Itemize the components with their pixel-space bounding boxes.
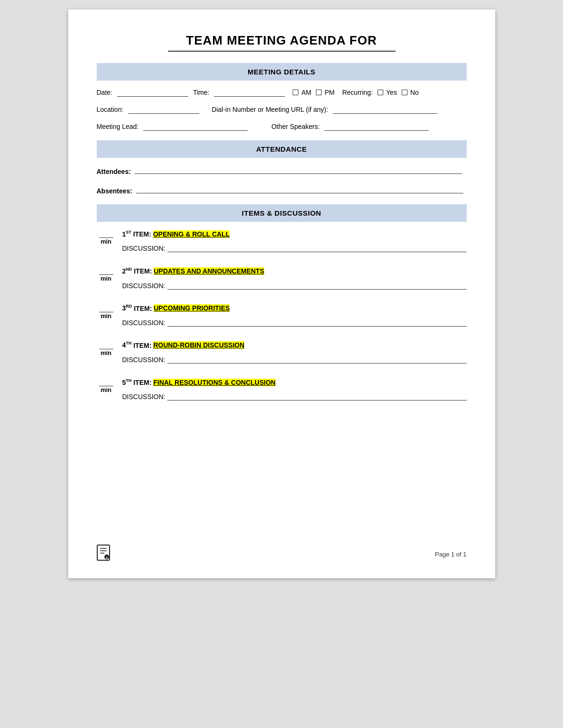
item-2-name: UPDATES AND ANNOUNCEMENTS [154, 267, 264, 275]
item-4-min: min [101, 349, 111, 356]
item-5-title: 5TH ITEM: FINAL RESOLUTIONS & CONCLUSION [122, 378, 467, 387]
attendance-header: ATTENDANCE [97, 140, 467, 158]
time-label: Time: [193, 89, 209, 96]
item-3-time: min [97, 304, 116, 319]
other-speakers-field[interactable] [324, 122, 429, 131]
location-label: Location: [97, 106, 124, 113]
meeting-details-header: MEETING DETAILS [97, 63, 467, 81]
lead-row: Meeting Lead: Other Speakers: [97, 122, 467, 131]
page-number: Page 1 of 1 [435, 551, 467, 558]
item-1-discussion-line[interactable] [167, 244, 467, 252]
meeting-lead-field[interactable] [143, 122, 248, 131]
item-5-time: min [97, 378, 116, 393]
item-3-time-blank[interactable] [99, 304, 113, 312]
item-3-name: UPCOMING PRIORITIES [154, 304, 230, 312]
item-1-title: 1ST ITEM: OPENING & ROLL CALL [122, 229, 467, 239]
attendance-section: ATTENDANCE Attendees: Absentees: [97, 140, 467, 195]
item-2-title: 2ND ITEM: UPDATES AND ANNOUNCEMENTS [122, 266, 467, 276]
no-label: No [410, 89, 419, 96]
item-5-discussion-line[interactable] [167, 392, 467, 400]
item-1-time-blank[interactable] [99, 229, 113, 238]
item-5-discussion-label: DISCUSSION: [122, 393, 166, 400]
document-page: TEAM MEETING AGENDA FOR MEETING DETAILS … [68, 9, 495, 578]
am-checkbox-group: AM [293, 89, 311, 96]
item-1-discussion-label: DISCUSSION: [122, 245, 166, 252]
am-label: AM [301, 89, 311, 96]
item-4-discussion: DISCUSSION: [122, 355, 467, 364]
item-1-name: OPENING & ROLL CALL [153, 230, 230, 238]
yes-label: Yes [386, 89, 397, 96]
item-4-discussion-line[interactable] [167, 355, 467, 364]
agenda-item-5: min 5TH ITEM: FINAL RESOLUTIONS & CONCLU… [97, 378, 467, 400]
item-1-prefix: ITEM: [133, 230, 153, 238]
absentees-field[interactable] [136, 185, 463, 193]
item-4-discussion-label: DISCUSSION: [122, 356, 166, 364]
item-5-discussion: DISCUSSION: [122, 392, 467, 400]
item-2-content: 2ND ITEM: UPDATES AND ANNOUNCEMENTS DISC… [122, 266, 467, 289]
agenda-item-4: min 4TH ITEM: ROUND-ROBIN DISCUSSION DIS… [97, 341, 467, 364]
svg-text:e: e [106, 556, 108, 559]
no-checkbox[interactable] [402, 90, 407, 95]
item-4-number: 4TH [122, 341, 132, 349]
date-field[interactable] [117, 88, 188, 97]
item-4-time: min [97, 341, 116, 356]
item-5-prefix: ITEM: [133, 379, 153, 386]
absentees-label: Absentees: [97, 187, 132, 195]
item-5-number: 5TH [122, 379, 132, 386]
item-4-title: 4TH ITEM: ROUND-ROBIN DISCUSSION [122, 341, 467, 350]
items-header: ITEMS & DISCUSSION [97, 204, 467, 222]
date-label: Date: [97, 89, 112, 96]
item-5-name: FINAL RESOLUTIONS & CONCLUSION [153, 379, 276, 386]
agenda-item-2: min 2ND ITEM: UPDATES AND ANNOUNCEMENTS … [97, 266, 467, 289]
dialin-label: Dial-in Number or Meeting URL (if any): [212, 106, 328, 113]
item-4-time-blank[interactable] [99, 341, 113, 349]
location-row: Location: Dial-in Number or Meeting URL … [97, 105, 467, 114]
no-checkbox-group: No [402, 89, 419, 96]
main-title: TEAM MEETING AGENDA FOR [97, 33, 467, 48]
item-3-prefix: ITEM: [134, 304, 154, 312]
yes-checkbox[interactable] [378, 90, 383, 95]
agenda-item-3: min 3RD ITEM: UPCOMING PRIORITIES DISCUS… [97, 304, 467, 327]
document-icon: e [97, 545, 110, 564]
item-3-discussion: DISCUSSION: [122, 318, 467, 327]
item-5-content: 5TH ITEM: FINAL RESOLUTIONS & CONCLUSION… [122, 378, 467, 400]
dialin-field[interactable] [333, 105, 437, 114]
title-section: TEAM MEETING AGENDA FOR [97, 33, 467, 52]
item-3-content: 3RD ITEM: UPCOMING PRIORITIES DISCUSSION… [122, 304, 467, 327]
item-3-discussion-line[interactable] [167, 318, 467, 327]
item-2-discussion-line[interactable] [167, 281, 467, 290]
meeting-lead-label: Meeting Lead: [97, 123, 139, 130]
item-4-prefix: ITEM: [133, 341, 153, 349]
item-1-time: min [97, 229, 116, 245]
item-2-time-blank[interactable] [99, 266, 113, 275]
item-5-min: min [101, 386, 111, 393]
item-4-name: ROUND-ROBIN DISCUSSION [153, 341, 244, 349]
attendees-row: Attendees: [97, 165, 467, 175]
item-2-time: min [97, 266, 116, 282]
item-3-number: 3RD [122, 304, 132, 312]
footer: e Page 1 of 1 [97, 545, 467, 564]
agenda-item-1: min 1ST ITEM: OPENING & ROLL CALL DISCUS… [97, 229, 467, 252]
meeting-details-section: MEETING DETAILS Date: Time: AM PM Recurr… [97, 63, 467, 131]
item-3-min: min [101, 312, 111, 319]
pm-checkbox-group: PM [316, 89, 334, 96]
title-underline [168, 51, 396, 52]
pm-label: PM [324, 89, 334, 96]
recurring-label: Recurring: [342, 89, 373, 96]
time-field[interactable] [214, 88, 285, 97]
item-1-content: 1ST ITEM: OPENING & ROLL CALL DISCUSSION… [122, 229, 467, 252]
attendees-field[interactable] [135, 165, 462, 174]
item-2-min: min [101, 275, 111, 282]
other-speakers-label: Other Speakers: [271, 123, 320, 130]
item-1-number: 1ST [122, 230, 131, 238]
item-2-discussion-label: DISCUSSION: [122, 282, 166, 290]
location-field[interactable] [128, 105, 199, 114]
item-5-time-blank[interactable] [99, 378, 113, 386]
pm-checkbox[interactable] [316, 90, 322, 95]
am-checkbox[interactable] [293, 90, 298, 95]
item-3-title: 3RD ITEM: UPCOMING PRIORITIES [122, 304, 467, 313]
date-time-row: Date: Time: AM PM Recurring: Yes No [97, 88, 467, 97]
item-1-discussion: DISCUSSION: [122, 244, 467, 252]
item-4-content: 4TH ITEM: ROUND-ROBIN DISCUSSION DISCUSS… [122, 341, 467, 364]
items-section: ITEMS & DISCUSSION min 1ST ITEM: OPENING… [97, 204, 467, 400]
